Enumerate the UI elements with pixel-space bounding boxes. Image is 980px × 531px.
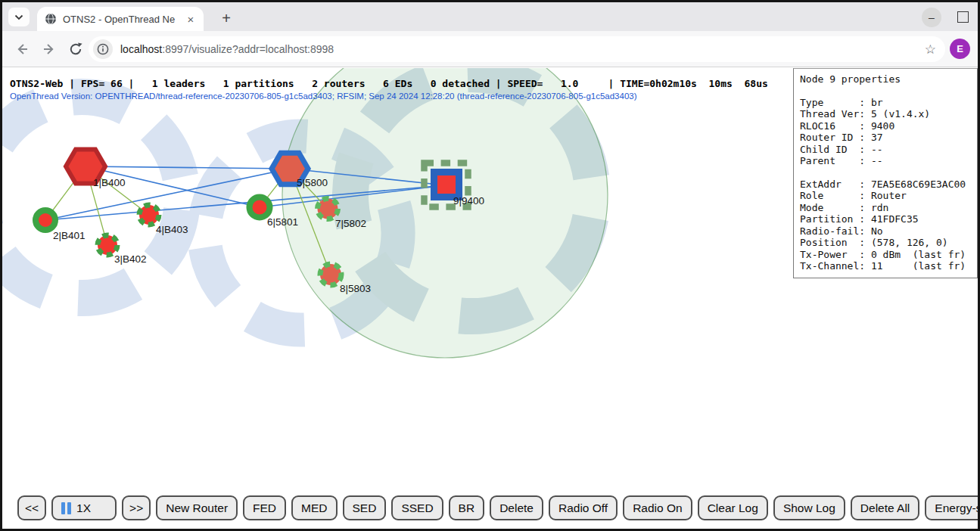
new-router-button[interactable]: New Router: [156, 495, 238, 520]
reload-button[interactable]: [67, 40, 85, 58]
property-row: ExtAddr : 7EA5E68C69E3AC00: [800, 179, 971, 191]
delete-button[interactable]: Delete: [490, 495, 543, 520]
url-path: :8997/visualize?addr=localhost:8998: [162, 43, 334, 55]
node-properties-panel: Node 9 properties Type : br Thread Ver: …: [793, 68, 978, 278]
node-label: 6|5801: [267, 216, 298, 228]
node-1-leader[interactable]: 1|B400: [66, 150, 126, 189]
property-row: Role : Router: [800, 190, 971, 202]
property-row: Parent : --: [800, 155, 971, 167]
control-button-bar: << 1X >> New Router FED MED SED SSED BR …: [17, 495, 978, 520]
br-button[interactable]: BR: [449, 495, 485, 520]
energy-stats-button[interactable]: Energy-stats ↗: [925, 495, 978, 520]
window-maximize-button[interactable]: [957, 11, 969, 23]
forward-arrow-icon: [42, 42, 57, 57]
property-row: Tx-Channel: 11 (last fr): [800, 260, 971, 272]
version-line: OpenThread Version: OPENTHREAD/thread-re…: [10, 92, 768, 101]
med-button[interactable]: MED: [291, 495, 337, 520]
node-label: 4|B403: [156, 224, 188, 235]
node-label: 5|5800: [297, 177, 328, 188]
properties-title: Node 9 properties: [800, 73, 971, 85]
new-tab-button[interactable]: +: [216, 8, 236, 28]
browser-toolbar: localhost:8997/visualize?addr=localhost:…: [2, 31, 978, 67]
node-2[interactable]: 2|B401: [36, 210, 86, 241]
speed-button[interactable]: 1X: [51, 495, 117, 520]
tab-search-button[interactable]: [8, 8, 30, 26]
show-log-button[interactable]: Show Log: [773, 495, 845, 520]
node-label: 2|B401: [53, 230, 86, 241]
property-row: Mode : rdn: [800, 202, 971, 214]
speed-label: 1X: [76, 502, 91, 515]
forward-button[interactable]: [40, 40, 58, 58]
tab-strip: OTNS2 - OpenThread Ne × + –: [2, 2, 978, 31]
property-row: Thread Ver: 5 (v1.4.x): [800, 108, 971, 120]
clear-log-button[interactable]: Clear Log: [698, 495, 768, 520]
property-row: Position : (578, 126, 0): [800, 237, 971, 249]
property-row: Router ID : 37: [800, 132, 971, 144]
node-label: 7|5802: [335, 218, 366, 229]
property-row: Child ID : --: [800, 144, 971, 156]
site-info-button[interactable]: [93, 39, 113, 59]
sed-button[interactable]: SED: [343, 495, 387, 520]
tab-title: OTNS2 - OpenThread Ne: [63, 14, 184, 25]
node-label: 8|5803: [340, 283, 371, 294]
property-row: Partition : 41FDFC35: [800, 213, 971, 225]
status-bar: OTNS2-Web | FPS= 66 | 1 leaders 1 partit…: [10, 78, 768, 101]
property-row: Type : br: [800, 97, 971, 109]
browser-window: OTNS2 - OpenThread Ne × + –: [0, 0, 980, 531]
fast-forward-button[interactable]: >>: [122, 495, 151, 520]
radio-on-button[interactable]: Radio On: [623, 495, 692, 520]
radio-off-button[interactable]: Radio Off: [549, 495, 618, 520]
otns-canvas-area: 1|B400 2|B401 3|B402 4|B403 5|5800: [2, 68, 978, 529]
back-button[interactable]: [13, 40, 31, 58]
delete-all-button[interactable]: Delete All: [851, 495, 919, 520]
browser-tab[interactable]: OTNS2 - OpenThread Ne ×: [37, 7, 204, 31]
info-icon: [97, 43, 109, 55]
url-host: localhost: [120, 43, 162, 55]
bookmark-star-icon[interactable]: ☆: [925, 42, 936, 57]
property-row: Tx-Power : 0 dBm (last fr): [800, 249, 971, 261]
pause-icon: [61, 502, 71, 514]
url-text: localhost:8997/visualize?addr=localhost:…: [120, 43, 919, 55]
chevron-down-icon: [14, 14, 23, 20]
status-line: OTNS2-Web | FPS= 66 | 1 leaders 1 partit…: [10, 78, 768, 89]
url-omnibox[interactable]: localhost:8997/visualize?addr=localhost:…: [89, 36, 945, 62]
back-arrow-icon: [14, 42, 30, 57]
property-row: Radio-fail: No: [800, 225, 971, 238]
node-label: 3|B402: [114, 253, 147, 265]
profile-avatar[interactable]: E: [950, 39, 970, 59]
fed-button[interactable]: FED: [243, 495, 286, 520]
globe-favicon-icon: [45, 13, 57, 25]
property-row: RLOC16 : 9400: [800, 120, 971, 132]
reload-icon: [68, 42, 83, 57]
window-minimize-button[interactable]: –: [922, 8, 941, 27]
rewind-button[interactable]: <<: [17, 495, 46, 520]
tab-close-icon[interactable]: ×: [184, 12, 198, 26]
node-label: 9|9400: [453, 195, 484, 206]
ssed-button[interactable]: SSED: [391, 495, 443, 520]
node-label: 1|B400: [93, 177, 126, 188]
node-3[interactable]: 3|B402: [98, 235, 147, 265]
